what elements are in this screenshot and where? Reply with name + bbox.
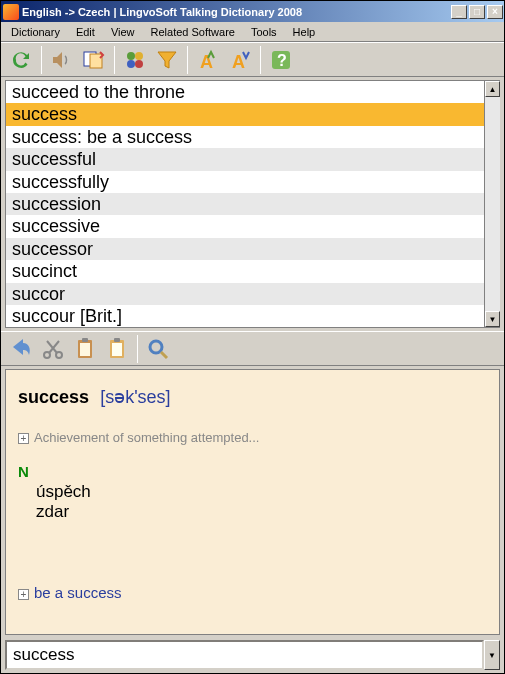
font-up-icon: A (196, 48, 220, 72)
minimize-button[interactable]: _ (451, 5, 467, 19)
scroll-up-button[interactable]: ▲ (485, 81, 500, 97)
word-list-item[interactable]: successfully (6, 171, 484, 193)
filter-button[interactable] (151, 45, 183, 75)
toolbar-divider (41, 46, 42, 74)
toolbar-divider (187, 46, 188, 74)
part-of-speech: N (18, 463, 487, 480)
scroll-track[interactable] (485, 97, 500, 311)
funnel-icon (155, 48, 179, 72)
word-list-item[interactable]: success (6, 103, 484, 125)
speak-button[interactable] (46, 45, 78, 75)
svg-point-5 (135, 60, 143, 68)
detail-toolbar (1, 331, 504, 366)
toolbar-divider (260, 46, 261, 74)
word-list-item[interactable]: succeed to the throne (6, 81, 484, 103)
svg-rect-14 (82, 338, 88, 342)
word-list-item[interactable]: successive (6, 215, 484, 237)
paste-button[interactable] (101, 334, 133, 364)
menu-related-software[interactable]: Related Software (143, 24, 243, 40)
svg-rect-13 (80, 343, 90, 356)
cut-button[interactable] (37, 334, 69, 364)
refresh-button[interactable] (5, 45, 37, 75)
titlebar: English -> Czech | LingvoSoft Talking Di… (1, 1, 504, 22)
related-link[interactable]: be a success (34, 584, 122, 601)
word-list-items: succeed to the thronesuccesssuccess: be … (6, 81, 484, 327)
clipboard-paste-icon (105, 337, 129, 361)
svg-text:A: A (232, 52, 245, 72)
menubar: Dictionary Edit View Related Software To… (1, 22, 504, 42)
maximize-button[interactable]: □ (469, 5, 485, 19)
close-button[interactable]: × (487, 5, 503, 19)
help-button[interactable]: ? (265, 45, 297, 75)
back-arrow-icon (9, 337, 33, 361)
svg-line-19 (161, 352, 167, 358)
translation: úspěch (36, 482, 487, 502)
back-button[interactable] (5, 334, 37, 364)
word-list-item[interactable]: succour [Brit.] (6, 305, 484, 327)
svg-point-3 (135, 52, 143, 60)
speaker-icon (50, 48, 74, 72)
word-list-item[interactable]: successor (6, 238, 484, 260)
toolbar-divider (137, 335, 138, 363)
translate-button[interactable] (78, 45, 110, 75)
refresh-icon (9, 48, 33, 72)
word-list-item[interactable]: success: be a success (6, 126, 484, 148)
definition-text: Achievement of something attempted... (34, 430, 259, 445)
main-toolbar: A A ? (1, 42, 504, 77)
search-input[interactable] (5, 640, 484, 670)
headword: success (18, 387, 89, 407)
word-list: succeed to the thronesuccesssuccess: be … (5, 80, 500, 328)
menu-help[interactable]: Help (285, 24, 324, 40)
svg-point-2 (127, 52, 135, 60)
word-list-item[interactable]: succor (6, 283, 484, 305)
clover-icon (123, 48, 147, 72)
app-icon (3, 4, 19, 20)
titlebar-text: English -> Czech | LingvoSoft Talking Di… (22, 6, 450, 18)
entry-detail-pane: success [sək'ses] +Achievement of someth… (5, 369, 500, 635)
translation: zdar (36, 502, 487, 522)
word-list-scrollbar[interactable]: ▲ ▼ (484, 81, 500, 327)
search-area: ▼ (5, 640, 500, 670)
font-decrease-button[interactable]: A (224, 45, 256, 75)
svg-rect-16 (112, 343, 122, 356)
help-icon: ? (269, 48, 293, 72)
svg-rect-1 (90, 54, 102, 68)
translate-icon (82, 48, 106, 72)
menu-dictionary[interactable]: Dictionary (3, 24, 68, 40)
scroll-down-button[interactable]: ▼ (485, 311, 500, 327)
search-icon (146, 337, 170, 361)
svg-point-4 (127, 60, 135, 68)
word-list-item[interactable]: succinct (6, 260, 484, 282)
expand-definition-button[interactable]: + (18, 433, 29, 444)
expand-related-button[interactable]: + (18, 589, 29, 600)
search-dropdown-button[interactable]: ▼ (484, 640, 500, 670)
language-button[interactable] (119, 45, 151, 75)
scissors-icon (41, 337, 65, 361)
copy-button[interactable] (69, 334, 101, 364)
word-list-item[interactable]: succession (6, 193, 484, 215)
clipboard-icon (73, 337, 97, 361)
phonetic: [sək'ses] (100, 387, 170, 407)
svg-rect-17 (114, 338, 120, 342)
menu-edit[interactable]: Edit (68, 24, 103, 40)
font-increase-button[interactable]: A (192, 45, 224, 75)
svg-text:A: A (200, 52, 213, 72)
menu-view[interactable]: View (103, 24, 143, 40)
toolbar-divider (114, 46, 115, 74)
word-list-item[interactable]: successful (6, 148, 484, 170)
svg-point-18 (150, 341, 162, 353)
menu-tools[interactable]: Tools (243, 24, 285, 40)
search-button[interactable] (142, 334, 174, 364)
font-down-icon: A (228, 48, 252, 72)
svg-text:?: ? (277, 52, 287, 69)
